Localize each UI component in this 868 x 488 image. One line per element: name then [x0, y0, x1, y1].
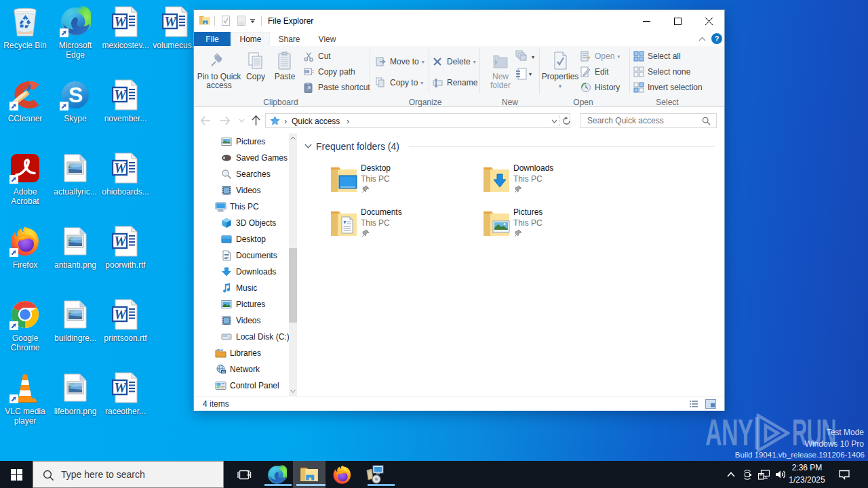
svg-text:W: W — [305, 70, 308, 73]
svg-text:S: S — [68, 83, 83, 107]
